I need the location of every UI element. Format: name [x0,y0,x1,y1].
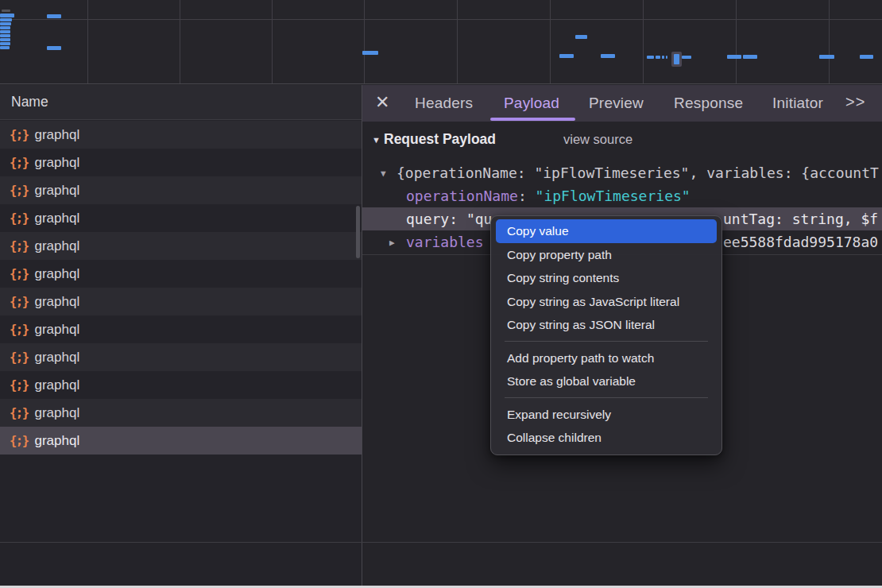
request-name: graphql [35,211,80,226]
overview-gridline-vertical [643,0,644,83]
close-icon[interactable]: ✕ [375,85,389,122]
request-name: graphql [35,377,80,393]
overview-gridline-vertical [829,0,830,83]
tab-headers[interactable]: Headers [415,85,473,122]
overview-request-bar [0,34,10,37]
overview-request-bar [575,35,587,39]
menu-item-store-as-global-variable[interactable]: Store as global variable [491,369,721,393]
json-braces-icon: {;} [10,267,29,281]
request-name: graphql [35,127,80,143]
menu-item-expand-recursively[interactable]: Expand recursively [491,403,721,427]
tab-response[interactable]: Response [674,85,743,122]
request-row[interactable]: {;}graphql [0,204,362,232]
request-name: graphql [35,183,80,199]
overview-request-bar [647,56,654,59]
payload-root-row[interactable]: ▼ {operationName: "ipFlowTimeseries", va… [362,161,882,184]
request-row[interactable]: {;}graphql [0,149,362,176]
menu-item-copy-string-contents[interactable]: Copy string contents [491,266,721,290]
overview-gridline-vertical [180,0,180,83]
menu-item-copy-string-as-javascript-literal[interactable]: Copy string as JavaScript literal [491,290,721,314]
request-row[interactable]: {;}graphql [0,315,362,343]
request-row[interactable]: {;}graphql [0,343,362,371]
devtools-network-panel: Name {;}graphql{;}graphql{;}graphql{;}gr… [0,0,882,588]
request-name: graphql [35,266,80,282]
menu-item-copy-string-as-json-literal[interactable]: Copy string as JSON literal [491,313,721,337]
expand-caret-icon[interactable]: ▶ [389,231,395,253]
request-name: graphql [35,155,80,171]
overview-gridline-vertical [457,0,458,83]
request-payload-title: Request Payload [384,131,496,148]
overview-request-bar [0,18,12,21]
request-row[interactable]: {;}graphql [0,371,362,399]
json-braces-icon: {;} [10,239,29,253]
overview-gridline-vertical [736,0,737,83]
view-source-link[interactable]: view source [563,132,632,147]
request-payload-section-header: ▼ Request Payload view source [362,130,882,155]
more-tabs-icon[interactable]: >> [845,85,865,122]
menu-separator [491,393,721,403]
tab-initiator[interactable]: Initiator [772,85,823,122]
request-name: graphql [35,322,80,338]
json-braces-icon: {;} [10,156,29,170]
json-braces-icon: {;} [10,323,29,337]
json-braces-icon: {;} [10,378,29,393]
menu-item-copy-property-path[interactable]: Copy property path [491,243,721,267]
overview-request-bar [0,38,10,41]
menu-separator [491,337,721,346]
request-name: graphql [35,433,80,449]
menu-item-collapse-children[interactable]: Collapse children [491,426,721,450]
request-row[interactable]: {;}graphql [0,176,362,204]
request-name: graphql [35,294,80,310]
overview-request-bar [47,14,61,18]
request-row[interactable]: {;}graphql [0,399,362,427]
overview-request-bar [0,42,10,45]
overview-request-bar [0,30,10,33]
overview-gridline-vertical [87,0,88,83]
request-row[interactable]: {;}graphql [0,121,362,149]
payload-row-operationName[interactable]: operationName: "ipFlowTimeseries" [362,184,882,207]
request-name: graphql [35,350,80,366]
footer-divider [0,542,882,543]
overview-gridline-vertical [550,0,551,83]
overview-request-bar [47,46,61,50]
overview-request-bar [682,56,691,59]
overview-selection-bar [674,54,679,64]
request-list-panel: Name {;}graphql{;}graphql{;}graphql{;}gr… [0,85,362,588]
menu-item-add-property-path-to-watch[interactable]: Add property path to watch [491,346,721,370]
overview-gridline-vertical [364,0,365,83]
overview-request-bar [559,54,574,58]
overview-request-bar [362,51,378,55]
overview-request-bar [656,56,660,59]
details-tab-bar: ✕ HeadersPayloadPreviewResponseInitiator… [362,85,882,122]
context-menu: Copy valueCopy property pathCopy string … [490,215,722,455]
json-braces-icon: {;} [10,434,29,448]
scrollbar-thumb[interactable] [356,206,360,258]
json-braces-icon: {;} [10,211,29,226]
network-overview-timeline[interactable] [0,0,882,84]
overview-request-bar [743,55,757,59]
menu-item-copy-value[interactable]: Copy value [496,219,717,243]
request-row[interactable]: {;}graphql [0,288,362,315]
json-braces-icon: {;} [10,128,29,142]
overview-request-bar [727,55,741,59]
overview-request-bar [819,55,834,59]
selected-tab-underline [490,118,575,121]
tab-payload[interactable]: Payload [504,85,559,122]
request-row[interactable]: {;}graphql [0,260,362,288]
overview-request-bar [601,54,615,58]
collapse-caret-icon[interactable]: ▼ [372,135,381,145]
name-column-header[interactable]: Name [0,85,362,120]
json-braces-icon: {;} [10,295,29,309]
expand-caret-icon[interactable]: ▼ [381,162,386,184]
overview-request-bar [666,56,667,59]
request-name: graphql [35,238,80,254]
request-row[interactable]: {;}graphql [0,232,362,260]
overview-request-bar [0,46,10,49]
overview-request-bar [860,55,873,59]
request-row[interactable]: {;}graphql [0,427,362,455]
overview-gridline-vertical [272,0,273,83]
tab-preview[interactable]: Preview [589,85,644,122]
overview-request-bar [0,26,10,29]
json-braces-icon: {;} [10,184,29,198]
overview-request-bar [0,14,14,17]
